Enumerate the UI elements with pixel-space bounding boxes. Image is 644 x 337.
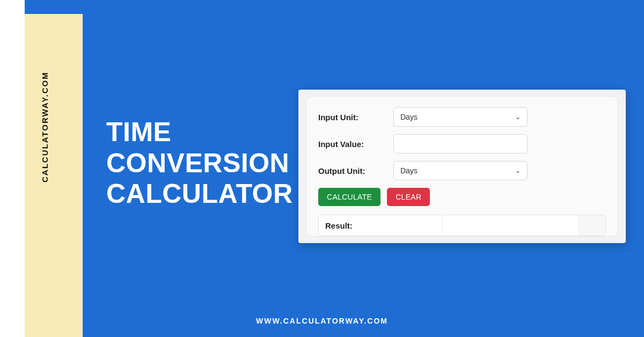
brand-vertical-label: CALCULATORWAY.COM bbox=[40, 71, 49, 182]
label-input-value: Input Value: bbox=[318, 140, 393, 149]
cream-stripe bbox=[25, 14, 83, 337]
result-value bbox=[442, 215, 579, 236]
chevron-down-icon: ⌄ bbox=[515, 167, 521, 174]
title-line-3: CALCULATOR bbox=[106, 179, 293, 210]
left-white-strip bbox=[0, 0, 25, 337]
title-line-2: CONVERSION bbox=[106, 148, 293, 179]
select-output-unit-value: Days bbox=[400, 166, 418, 175]
select-input-unit-value: Days bbox=[400, 113, 418, 121]
row-input-value: Input Value: bbox=[318, 134, 606, 153]
page-title: TIME CONVERSION CALCULATOR bbox=[106, 117, 293, 210]
result-label: Result: bbox=[319, 215, 442, 236]
input-value-field[interactable] bbox=[393, 134, 528, 153]
clear-button[interactable]: CLEAR bbox=[387, 188, 430, 206]
label-input-unit: Input Unit: bbox=[318, 113, 393, 122]
select-output-unit[interactable]: Days ⌄ bbox=[393, 161, 528, 180]
select-input-unit[interactable]: Days ⌄ bbox=[393, 107, 528, 127]
chevron-down-icon: ⌄ bbox=[515, 113, 521, 121]
button-row: CALCULATE CLEAR bbox=[318, 188, 606, 206]
page: CALCULATORWAY.COM TIME CONVERSION CALCUL… bbox=[0, 0, 644, 337]
calculator-panel: Input Unit: Days ⌄ Input Value: Output U… bbox=[306, 96, 618, 237]
row-input-unit: Input Unit: Days ⌄ bbox=[318, 107, 606, 127]
result-unit bbox=[579, 215, 605, 236]
title-line-1: TIME bbox=[106, 117, 293, 148]
calculator-card: Input Unit: Days ⌄ Input Value: Output U… bbox=[298, 90, 626, 243]
result-row: Result: bbox=[318, 215, 606, 236]
row-output-unit: Output Unit: Days ⌄ bbox=[318, 161, 606, 180]
calculate-button[interactable]: CALCULATE bbox=[318, 188, 380, 206]
label-output-unit: Output Unit: bbox=[318, 166, 393, 175]
footer-url: WWW.CALCULATORWAY.COM bbox=[0, 317, 644, 325]
